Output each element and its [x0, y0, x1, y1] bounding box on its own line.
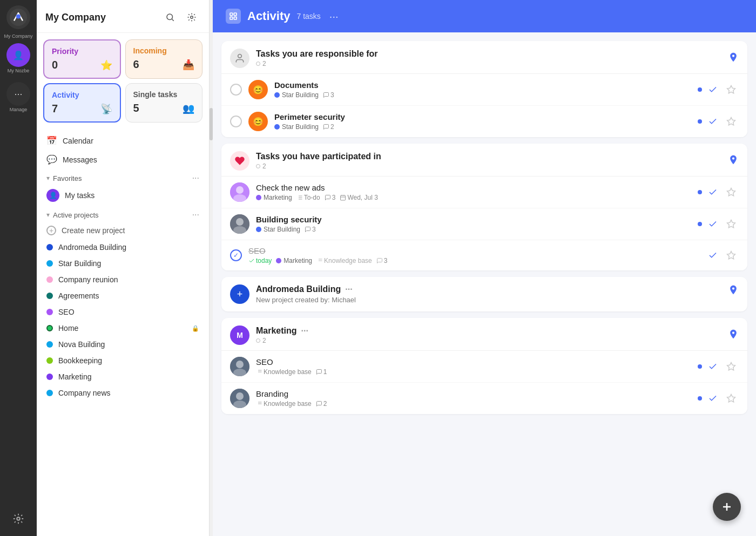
documents-star-button[interactable]: [724, 82, 739, 97]
perimeter-chat: 2: [323, 123, 334, 131]
manage-icon[interactable]: ···: [6, 82, 30, 106]
check-ads-check-button[interactable]: [705, 185, 720, 200]
calendar-menu-item[interactable]: 📅 Calendar: [41, 131, 205, 150]
branding-task[interactable]: Branding Knowledge base 2: [221, 383, 747, 414]
building-security-actions: [698, 216, 739, 232]
check-ads-date: Wed, Jul 3: [340, 194, 377, 201]
svg-marker-32: [727, 252, 735, 259]
bookkeeping-dot: [46, 357, 53, 364]
active-projects-section[interactable]: ▾ Active projects ···: [41, 206, 205, 222]
header-icons: [161, 9, 200, 26]
project-seo[interactable]: SEO: [41, 304, 205, 320]
settings-icon[interactable]: [6, 507, 30, 531]
seo-check-button[interactable]: [705, 248, 720, 263]
check-ads-task[interactable]: Check the new ads Marketing To-do 3: [221, 177, 747, 208]
quick-card-activity[interactable]: Activity 7 📡: [43, 83, 121, 123]
quick-card-incoming[interactable]: Incoming 6 📥: [125, 39, 203, 79]
my-nozbe-label: My Nozbe: [8, 68, 30, 73]
seo-marketing-check-button[interactable]: [705, 359, 720, 374]
priority-count: 0: [52, 59, 58, 71]
andromeda-more-btn[interactable]: ···: [345, 284, 352, 294]
branding-star-button[interactable]: [724, 391, 739, 406]
project-nova[interactable]: Nova Building: [41, 336, 205, 352]
app-logo-item[interactable]: My Company: [4, 5, 32, 39]
seo-marketing-star-button[interactable]: [724, 359, 739, 374]
andromeda-notif-sub: New project created by: Michael: [256, 296, 721, 304]
favorites-section[interactable]: ▾ Favorites ···: [41, 169, 205, 185]
marketing-subtitle: 2: [256, 337, 308, 344]
responsible-subtitle: 2: [256, 60, 378, 67]
participated-pin[interactable]: [728, 154, 739, 167]
perimeter-task[interactable]: 😊 Perimeter security Star Building 2: [221, 106, 747, 137]
create-project-label: Create new project: [62, 226, 125, 235]
documents-task[interactable]: 😊 Documents Star Building 3: [221, 74, 747, 106]
app-logo[interactable]: [6, 5, 30, 29]
perimeter-check-button[interactable]: [705, 114, 720, 129]
my-tasks-item[interactable]: 👤 My tasks: [41, 185, 205, 206]
svg-marker-29: [727, 220, 735, 228]
building-security-task[interactable]: Building security Star Building 3: [221, 208, 747, 240]
my-nozbe-icon[interactable]: 👤: [6, 43, 30, 67]
project-star[interactable]: Star Building: [41, 255, 205, 272]
active-projects-more-icon[interactable]: ···: [192, 210, 199, 220]
responsible-pin[interactable]: [728, 52, 739, 65]
perimeter-avatar: 😊: [248, 112, 268, 131]
project-company-news[interactable]: Company news: [41, 385, 205, 401]
incoming-label: Incoming: [133, 46, 195, 55]
documents-checkbox[interactable]: [230, 84, 242, 96]
marketing-pin[interactable]: [728, 329, 739, 342]
seo-marketing-actions: [698, 359, 739, 374]
company-news-label: Company news: [58, 389, 199, 397]
project-company[interactable]: Company reunion: [41, 272, 205, 288]
fab-button[interactable]: [713, 493, 741, 521]
perimeter-info: Perimeter security Star Building 2: [274, 112, 691, 131]
project-andromeda[interactable]: Andromeda Building: [41, 239, 205, 255]
project-agreements[interactable]: Agreements: [41, 288, 205, 304]
building-security-dot: [256, 227, 261, 232]
seo-checkbox[interactable]: [230, 249, 242, 261]
participated-subtitle-circle: [256, 164, 260, 168]
seo-marketing-task[interactable]: SEO Knowledge base 1: [221, 351, 747, 383]
andromeda-notif-avatar: +: [230, 284, 249, 304]
messages-menu-item[interactable]: 💬 Messages: [41, 150, 205, 169]
quick-card-priority[interactable]: Priority 0 ⭐: [43, 39, 121, 79]
perimeter-star-button[interactable]: [724, 114, 739, 129]
seo-marketing-chat: 1: [316, 368, 327, 376]
calendar-label: Calendar: [63, 137, 93, 145]
check-ads-star-button[interactable]: [724, 185, 739, 200]
seo-meta: today Marketing Knowledge base 3: [248, 257, 699, 264]
star-label: Star Building: [58, 259, 199, 268]
project-bookkeeping[interactable]: Bookkeeping: [41, 352, 205, 369]
favorites-more-icon[interactable]: ···: [192, 173, 199, 183]
search-button[interactable]: [161, 9, 179, 26]
branding-meta: Knowledge base 2: [256, 400, 691, 408]
perimeter-checkbox[interactable]: [230, 116, 242, 127]
create-project-item[interactable]: + Create new project: [41, 222, 205, 239]
andromeda-pin[interactable]: [728, 284, 739, 297]
responsible-title-text: Tasks you are responsible for 2: [256, 49, 378, 67]
project-home[interactable]: Home 🔒: [41, 320, 205, 336]
agreements-label: Agreements: [58, 291, 199, 300]
building-security-star-button[interactable]: [724, 216, 739, 232]
branding-check-button[interactable]: [705, 391, 720, 406]
andromeda-notif-info: Andromeda Building ··· New project creat…: [256, 284, 721, 304]
seo-today: today: [248, 257, 272, 264]
seo-task-participated[interactable]: SEO today Marketing Knowledge base: [221, 240, 747, 270]
settings-button[interactable]: [183, 9, 200, 26]
project-marketing[interactable]: Marketing: [41, 369, 205, 385]
my-nozbe-nav[interactable]: 👤 My Nozbe: [6, 43, 30, 73]
header-more-button[interactable]: ···: [329, 10, 339, 23]
single-icon: 👥: [183, 103, 194, 114]
quick-card-single[interactable]: Single tasks 5 👥: [125, 83, 203, 123]
seo-star-button[interactable]: [724, 248, 739, 263]
manage-nav[interactable]: ··· Manage: [6, 82, 30, 112]
marketing-more-btn[interactable]: ···: [301, 326, 308, 336]
documents-project-tag: Star Building: [274, 91, 319, 99]
documents-check-button[interactable]: [705, 82, 720, 97]
building-security-check-button[interactable]: [705, 216, 720, 232]
settings-nav[interactable]: [6, 507, 30, 531]
check-ads-meta: Marketing To-do 3 Wed, Jul 3: [256, 194, 691, 201]
svg-rect-5: [230, 13, 233, 16]
activity-icon: 📡: [100, 103, 112, 115]
svg-rect-21: [341, 195, 346, 200]
